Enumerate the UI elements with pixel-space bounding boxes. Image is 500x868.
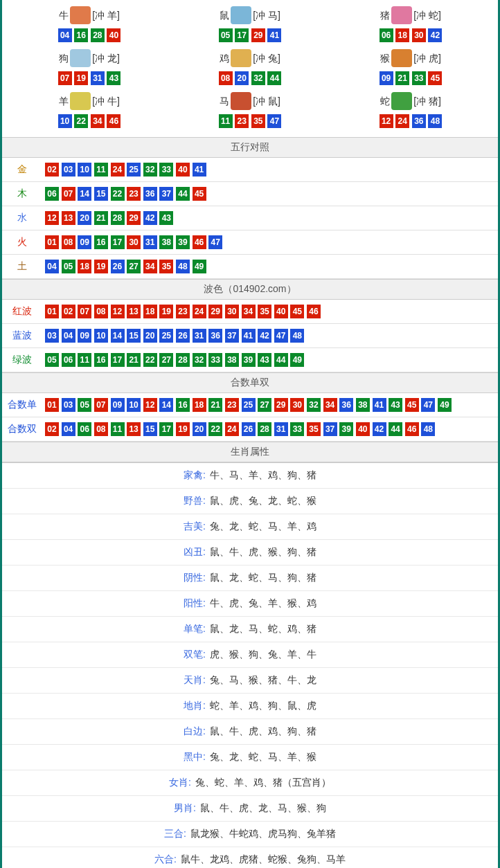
zodiac-balls: 07 19 31 43 bbox=[9, 71, 170, 86]
zodiac-title: 马[冲 鼠] bbox=[170, 91, 330, 111]
zodiac-title: 猴[冲 虎] bbox=[330, 48, 491, 68]
attribute-row: 野兽: 鼠、虎、兔、龙、蛇、猴 bbox=[2, 489, 498, 514]
number-ball: 33 bbox=[290, 422, 304, 436]
number-ball: 42 bbox=[258, 329, 271, 343]
number-ball: 01 bbox=[45, 305, 59, 318]
zodiac-name: 鼠 bbox=[220, 6, 229, 25]
number-ball: 28 bbox=[91, 28, 105, 42]
attribute-label: 黑中: bbox=[184, 751, 206, 762]
zodiac-conflict: [冲 牛] bbox=[92, 91, 120, 111]
attribute-value: 虎、猴、狗、兔、羊、牛 bbox=[207, 649, 316, 660]
attribute-value: 蛇、羊、鸡、狗、鼠、虎 bbox=[207, 700, 316, 711]
heshu-table: 合数单01 03 05 07 09 10 12 14 16 18 21 23 2… bbox=[2, 393, 498, 442]
attribute-label: 家禽: bbox=[184, 469, 206, 480]
number-ball: 17 bbox=[159, 422, 173, 436]
number-ball: 42 bbox=[428, 28, 442, 42]
number-ball: 47 bbox=[421, 398, 435, 412]
number-ball: 36 bbox=[143, 187, 157, 201]
number-ball: 30 bbox=[290, 398, 304, 412]
attribute-value: 兔、蛇、羊、鸡、猪（五宫肖） bbox=[193, 777, 331, 788]
kv-label: 蓝波 bbox=[2, 324, 42, 348]
number-ball: 35 bbox=[258, 305, 271, 318]
number-ball: 47 bbox=[208, 235, 222, 249]
bose-header: 波色（014902.com） bbox=[2, 279, 498, 300]
number-ball: 02 bbox=[62, 305, 75, 318]
kv-value: 03 04 09 10 14 15 20 25 26 31 36 37 41 4… bbox=[42, 324, 498, 348]
kv-label: 水 bbox=[2, 206, 42, 230]
number-ball: 38 bbox=[225, 353, 239, 367]
kv-row: 火01 08 09 16 17 30 31 38 39 46 47 bbox=[2, 230, 498, 255]
number-ball: 40 bbox=[274, 305, 288, 318]
zodiac-icon bbox=[231, 92, 251, 110]
attribute-row: 三合: 鼠龙猴、牛蛇鸡、虎马狗、兔羊猪 bbox=[2, 822, 498, 847]
number-ball: 04 bbox=[62, 422, 75, 436]
number-ball: 39 bbox=[242, 353, 256, 367]
number-ball: 38 bbox=[356, 398, 370, 412]
number-ball: 09 bbox=[380, 71, 393, 85]
attribute-label: 女肖: bbox=[169, 777, 191, 788]
zodiac-conflict: [冲 鼠] bbox=[253, 91, 280, 111]
number-ball: 15 bbox=[94, 187, 108, 201]
number-ball: 01 bbox=[45, 398, 59, 412]
zodiac-conflict: [冲 龙] bbox=[92, 48, 120, 68]
zodiac-name: 羊 bbox=[59, 91, 69, 111]
number-ball: 36 bbox=[339, 398, 353, 412]
kv-label: 红波 bbox=[2, 300, 42, 324]
number-ball: 10 bbox=[127, 398, 141, 412]
zodiac-icon bbox=[70, 92, 91, 110]
number-ball: 28 bbox=[258, 422, 271, 436]
zodiac-cell: 鼠[冲 马]05 17 29 41 bbox=[170, 3, 330, 46]
zodiac-conflict: [冲 兔] bbox=[253, 48, 280, 68]
main-container: 牛[冲 羊]04 16 28 40鼠[冲 马]05 17 29 41猪[冲 蛇]… bbox=[0, 0, 500, 868]
number-ball: 31 bbox=[91, 71, 105, 85]
number-ball: 18 bbox=[78, 260, 91, 273]
kv-value: 02 04 06 08 11 13 15 17 19 20 22 24 26 2… bbox=[42, 417, 498, 442]
attribute-row: 阴性: 鼠、龙、蛇、马、狗、猪 bbox=[2, 566, 498, 591]
number-ball: 43 bbox=[159, 211, 173, 225]
number-ball: 04 bbox=[58, 28, 72, 42]
number-ball: 23 bbox=[235, 114, 249, 128]
number-ball: 44 bbox=[389, 422, 402, 436]
zodiac-balls: 09 21 33 45 bbox=[330, 71, 491, 86]
number-ball: 09 bbox=[111, 398, 125, 412]
number-ball: 24 bbox=[111, 163, 125, 177]
zodiac-icon bbox=[391, 6, 412, 24]
attribute-value: 鼠牛、龙鸡、虎猪、蛇猴、兔狗、马羊 bbox=[178, 853, 346, 865]
number-ball: 38 bbox=[159, 235, 173, 249]
number-ball: 08 bbox=[94, 305, 108, 318]
number-ball: 02 bbox=[45, 422, 59, 436]
number-ball: 22 bbox=[111, 187, 125, 201]
number-ball: 36 bbox=[412, 114, 426, 128]
number-ball: 02 bbox=[45, 163, 59, 177]
zodiac-conflict: [冲 猪] bbox=[413, 91, 441, 111]
number-ball: 20 bbox=[193, 422, 206, 436]
attribute-label: 地肖: bbox=[184, 700, 206, 711]
attribute-value: 鼠龙猴、牛蛇鸡、虎马狗、兔羊猪 bbox=[188, 828, 336, 839]
kv-label: 火 bbox=[2, 230, 42, 255]
attribute-value: 鼠、牛、虎、龙、马、猴、狗 bbox=[197, 802, 326, 813]
number-ball: 23 bbox=[127, 187, 141, 201]
zodiac-title: 猪[冲 蛇] bbox=[330, 6, 491, 25]
number-ball: 45 bbox=[428, 71, 442, 85]
attributes-list: 家禽: 牛、马、羊、鸡、狗、猪野兽: 鼠、虎、兔、龙、蛇、猴吉美: 兔、龙、蛇、… bbox=[2, 462, 498, 868]
number-ball: 03 bbox=[62, 398, 75, 412]
number-ball: 10 bbox=[78, 163, 91, 177]
number-ball: 09 bbox=[78, 235, 91, 249]
kv-value: 04 05 18 19 26 27 34 35 48 49 bbox=[42, 255, 498, 279]
attribute-label: 凶丑: bbox=[184, 546, 206, 557]
number-ball: 19 bbox=[176, 422, 190, 436]
attribute-row: 天肖: 兔、马、猴、猪、牛、龙 bbox=[2, 668, 498, 694]
number-ball: 13 bbox=[127, 422, 141, 436]
attribute-label: 男肖: bbox=[174, 802, 196, 813]
number-ball: 25 bbox=[242, 398, 256, 412]
number-ball: 34 bbox=[323, 398, 337, 412]
number-ball: 35 bbox=[251, 114, 265, 128]
attribute-row: 阳性: 牛、虎、兔、羊、猴、鸡 bbox=[2, 591, 498, 617]
kv-value: 02 03 10 11 24 25 32 33 40 41 bbox=[42, 158, 498, 182]
number-ball: 49 bbox=[290, 353, 304, 367]
zodiac-balls: 05 17 29 41 bbox=[170, 28, 330, 43]
number-ball: 05 bbox=[219, 28, 233, 42]
number-ball: 03 bbox=[45, 329, 59, 343]
number-ball: 30 bbox=[225, 305, 239, 318]
number-ball: 21 bbox=[127, 353, 141, 367]
